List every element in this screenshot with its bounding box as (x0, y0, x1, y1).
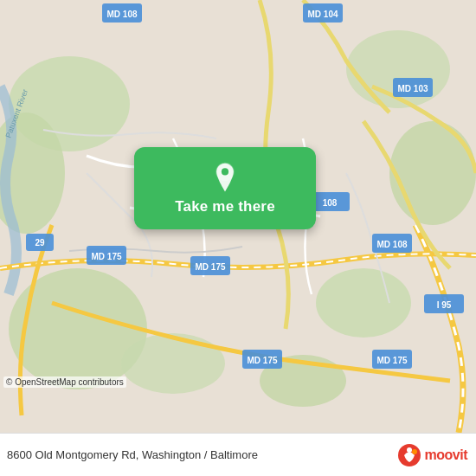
location-pin-icon (209, 162, 241, 193)
svg-point-36 (412, 449, 417, 454)
take-me-there-button[interactable]: Take me there (134, 147, 316, 229)
svg-text:MD 104: MD 104 (307, 10, 338, 19)
svg-text:108: 108 (323, 198, 338, 208)
svg-text:MD 175: MD 175 (91, 252, 121, 261)
svg-point-5 (316, 268, 411, 338)
cta-label: Take me there (175, 198, 275, 215)
svg-point-7 (121, 333, 225, 394)
svg-text:MD 108: MD 108 (376, 240, 407, 249)
svg-text:MD 108: MD 108 (106, 10, 137, 19)
svg-text:MD 175: MD 175 (376, 356, 407, 365)
svg-text:29: 29 (35, 238, 45, 248)
svg-text:MD 175: MD 175 (247, 356, 277, 365)
svg-text:MD 103: MD 103 (397, 84, 428, 93)
osm-attribution: © OpenStreetMap contributors (3, 376, 126, 388)
map-container: MD 108 MD 104 MD 103 MD 175 MD 175 MD 17… (0, 0, 476, 433)
svg-text:I 95: I 95 (437, 300, 452, 310)
svg-point-4 (389, 121, 476, 225)
svg-text:MD 175: MD 175 (195, 262, 225, 272)
address-text: 8600 Old Montgomery Rd, Washington / Bal… (7, 448, 258, 461)
svg-point-33 (222, 168, 228, 175)
moovit-logo: moovit (397, 443, 467, 467)
bottom-bar: 8600 Old Montgomery Rd, Washington / Bal… (0, 433, 476, 476)
moovit-icon (397, 443, 421, 467)
moovit-text: moovit (425, 447, 467, 463)
